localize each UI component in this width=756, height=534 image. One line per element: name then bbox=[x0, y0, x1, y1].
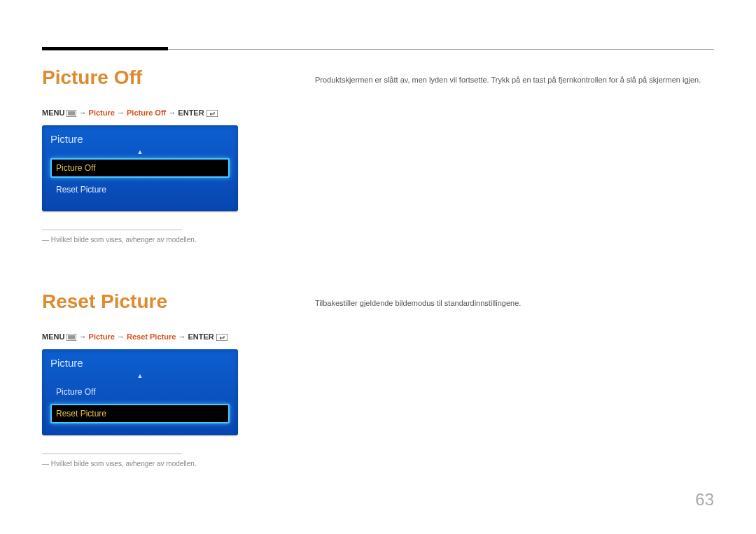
menu-item-reset-picture-2[interactable]: Reset Picture bbox=[50, 404, 230, 423]
footnote-2: ― Hvilket bilde som vises, avhenger av m… bbox=[42, 460, 714, 468]
menu-icon bbox=[66, 334, 76, 341]
footnote-rule-2 bbox=[42, 454, 182, 454]
svg-rect-9 bbox=[216, 334, 227, 341]
bc2-arrow2: → bbox=[117, 332, 125, 341]
menu-panel-1: Picture ▲ Picture Off Reset Picture bbox=[42, 125, 238, 211]
page-number: 63 bbox=[695, 490, 714, 510]
bc2-reset-picture: Reset Picture bbox=[127, 332, 176, 341]
breadcrumb-2: MENU → Picture → Reset Picture → ENTER bbox=[42, 332, 714, 341]
header-rule-bold bbox=[42, 47, 168, 50]
bc-arrow1: → bbox=[79, 108, 87, 117]
chevron-up-icon[interactable]: ▲ bbox=[50, 373, 230, 379]
desc-picture-off: Produktskjermen er slått av, men lyden v… bbox=[315, 75, 714, 85]
footnote-rule-1 bbox=[42, 230, 182, 230]
bc-menu: MENU bbox=[42, 108, 64, 117]
bc-picture: Picture bbox=[89, 108, 115, 117]
bc2-menu: MENU bbox=[42, 332, 64, 341]
desc-reset-picture: Tilbakestiller gjeldende bildemodus til … bbox=[315, 299, 714, 307]
menu-title-1: Picture bbox=[50, 133, 230, 145]
section-picture-off: Picture Off MENU → Picture → Picture Off… bbox=[42, 66, 714, 244]
bc-picture-off: Picture Off bbox=[127, 108, 166, 117]
menu-title-2: Picture bbox=[50, 357, 230, 369]
bc2-enter: ENTER bbox=[188, 332, 214, 341]
bc2-arrow1: → bbox=[79, 332, 87, 341]
enter-icon bbox=[206, 110, 218, 117]
menu-icon bbox=[66, 110, 76, 117]
enter-icon bbox=[216, 334, 227, 341]
menu-item-reset-picture[interactable]: Reset Picture bbox=[50, 180, 230, 199]
menu-item-picture-off[interactable]: Picture Off bbox=[50, 158, 230, 178]
section-reset-picture: Reset Picture MENU → Picture → Reset Pic… bbox=[42, 290, 714, 468]
svg-rect-4 bbox=[206, 110, 218, 117]
menu-panel-2: Picture ▲ Picture Off Reset Picture bbox=[42, 349, 238, 435]
bc2-picture: Picture bbox=[89, 332, 115, 341]
bc2-arrow3: → bbox=[178, 332, 186, 341]
menu-item-picture-off-2[interactable]: Picture Off bbox=[50, 382, 230, 402]
footnote-1: ― Hvilket bilde som vises, avhenger av m… bbox=[42, 236, 714, 244]
breadcrumb-1: MENU → Picture → Picture Off → ENTER bbox=[42, 108, 714, 117]
bc-enter: ENTER bbox=[178, 108, 204, 117]
bc-arrow2: → bbox=[117, 108, 125, 117]
bc-arrow3: → bbox=[168, 108, 176, 117]
chevron-up-icon[interactable]: ▲ bbox=[50, 149, 230, 155]
